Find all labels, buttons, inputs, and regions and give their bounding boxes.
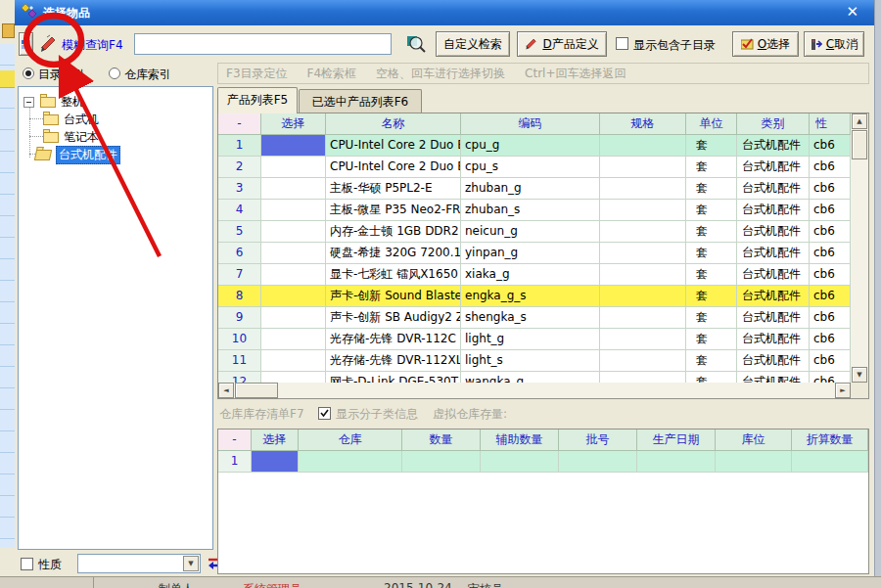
nature-cell[interactable]: cb6 [810, 329, 851, 350]
spec-cell[interactable] [600, 157, 686, 178]
name-cell[interactable]: 主板-微星 P35 Neo2-FR [326, 200, 461, 221]
spec-cell[interactable] [600, 372, 686, 383]
category-cell[interactable]: 台式机配件 [737, 372, 810, 383]
select-cell[interactable] [261, 157, 326, 178]
code-cell[interactable]: cpu_g [461, 135, 600, 157]
tree-item-notebook[interactable]: 笔记本 [43, 128, 99, 146]
category-cell[interactable]: 台式机配件 [737, 178, 810, 200]
product-row[interactable]: 9 声卡-创新 SB Audigy2 Z shengka_s 套 台式机配件 c… [218, 307, 851, 329]
chevron-down-icon[interactable]: ▼ [183, 556, 199, 571]
category-cell[interactable]: 台式机配件 [737, 264, 810, 286]
close-icon[interactable]: ✕ [846, 3, 858, 21]
code-cell[interactable]: neicun_g [461, 221, 600, 243]
tree-item-label[interactable]: 台式机 [64, 112, 99, 128]
tab-product-list[interactable]: 产品列表F5 [217, 87, 298, 113]
code-cell[interactable]: shengka_s [461, 307, 600, 329]
collapse-icon[interactable] [23, 97, 34, 108]
select-cell[interactable] [261, 264, 326, 286]
select-cell[interactable] [261, 221, 326, 243]
cancel-button[interactable]: C取消 [804, 31, 864, 57]
select-cell[interactable] [261, 307, 326, 329]
code-cell[interactable]: xiaka_g [461, 264, 600, 286]
unit-cell[interactable]: 套 [686, 243, 737, 264]
product-row[interactable]: 1 CPU-Intel Core 2 Duo E cpu_g 套 台式机配件 c… [218, 135, 851, 157]
unit-cell[interactable]: 套 [686, 135, 737, 157]
scroll-right-icon[interactable]: ► [835, 383, 851, 398]
select-cell-current[interactable] [261, 135, 326, 157]
mini-grid-button[interactable] [19, 32, 33, 56]
name-cell[interactable]: 光存储-先锋 DVR-112XL [326, 350, 461, 372]
name-cell[interactable]: 光存储-先锋 DVR-112C [326, 329, 461, 350]
nature-cell[interactable]: cb6 [810, 243, 851, 264]
category-cell[interactable]: 台式机配件 [737, 200, 810, 221]
spec-cell[interactable] [600, 329, 686, 350]
code-cell[interactable]: zhuban_g [461, 178, 600, 200]
name-cell[interactable]: 内存-金士顿 1GB DDR2 [326, 221, 461, 243]
select-cell[interactable] [261, 178, 326, 200]
nature-checkbox[interactable] [21, 558, 33, 570]
tree-item-label-selected[interactable]: 台式机配件 [56, 146, 120, 164]
code-cell[interactable]: yinpan_g [461, 243, 600, 264]
nature-cell[interactable]: cb6 [810, 200, 851, 221]
category-cell[interactable]: 台式机配件 [737, 221, 810, 243]
custom-search-button[interactable]: 自定义检索 [436, 31, 510, 57]
unit-cell[interactable]: 套 [686, 307, 737, 329]
warehouse-index-radio[interactable] [109, 68, 120, 79]
aux-qty-cell[interactable] [481, 451, 559, 473]
category-cell[interactable]: 台式机配件 [737, 329, 810, 350]
spec-cell[interactable] [600, 135, 686, 157]
nature-cell[interactable]: cb6 [810, 135, 851, 157]
select-cell[interactable] [261, 329, 326, 350]
unit-cell[interactable]: 套 [686, 157, 737, 178]
show-sub-checkbox-checked[interactable] [318, 407, 331, 420]
unit-cell[interactable]: 套 [686, 372, 737, 383]
unit-cell[interactable]: 套 [686, 221, 737, 243]
prod-date-cell[interactable] [637, 451, 716, 473]
product-define-button[interactable]: D产品定义 [517, 31, 607, 57]
nature-cell[interactable]: cb6 [810, 350, 851, 372]
unit-cell[interactable]: 套 [686, 178, 737, 200]
category-cell[interactable]: 台式机配件 [737, 135, 810, 157]
product-row[interactable]: 6 硬盘-希捷 320G 7200.10 yinpan_g 套 台式机配件 cb… [218, 243, 851, 264]
tab-selected-products[interactable]: 已选中产品列表F6 [299, 89, 422, 113]
spec-cell[interactable] [600, 243, 686, 264]
code-cell[interactable]: cpu_s [461, 157, 600, 178]
search-magnifier-icon[interactable] [404, 32, 428, 59]
product-row[interactable]: 3 主板-华硕 P5PL2-E zhuban_g 套 台式机配件 cb6 [218, 178, 851, 200]
vertical-scrollbar[interactable]: ▲ ▼ [851, 113, 868, 383]
batch-cell[interactable] [559, 451, 637, 473]
tree-item-label[interactable]: 笔记本 [64, 129, 99, 146]
unit-cell[interactable]: 套 [686, 264, 737, 286]
select-cell[interactable] [261, 350, 326, 372]
spec-cell[interactable] [600, 307, 686, 329]
name-cell[interactable]: 网卡-D-Link DGE-530T [326, 372, 461, 383]
category-cell[interactable]: 台式机配件 [737, 243, 810, 264]
warehouse-cell[interactable] [299, 451, 402, 473]
horizontal-scroll-thumb[interactable] [235, 383, 278, 398]
select-cell[interactable] [261, 286, 326, 307]
product-row[interactable]: 4 主板-微星 P35 Neo2-FR zhuban_s 套 台式机配件 cb6 [218, 200, 851, 221]
nature-combobox[interactable]: ▼ [77, 554, 201, 573]
select-cell[interactable] [261, 243, 326, 264]
scroll-left-icon[interactable]: ◄ [218, 383, 234, 398]
horizontal-scrollbar[interactable]: ◄ ► [218, 383, 851, 398]
scroll-up-icon[interactable]: ▲ [852, 113, 867, 129]
product-row[interactable]: 11 光存储-先锋 DVR-112XL light_s 套 台式机配件 cb6 [218, 350, 851, 372]
name-cell[interactable]: 声卡-创新 SB Audigy2 Z [326, 307, 461, 329]
search-input[interactable] [134, 33, 392, 55]
code-cell[interactable]: engka_g_s [461, 286, 600, 307]
nature-cell[interactable]: cb6 [810, 157, 851, 178]
select-button[interactable]: O选择 [732, 31, 799, 57]
spec-cell[interactable] [600, 200, 686, 221]
unit-cell[interactable]: 套 [686, 200, 737, 221]
tree-item-desktop[interactable]: 台式机 [43, 111, 99, 128]
code-cell[interactable]: light_s [461, 350, 600, 372]
spec-cell[interactable] [600, 178, 686, 200]
spec-cell[interactable] [600, 286, 686, 307]
code-cell[interactable]: light_g [461, 329, 600, 350]
nature-cell[interactable]: cb6 [810, 178, 851, 200]
stock-row[interactable]: 1 [218, 451, 868, 473]
tree-item-label[interactable]: 整机 [61, 94, 84, 111]
code-cell[interactable]: zhuban_s [461, 200, 600, 221]
converted-qty-cell[interactable] [792, 451, 868, 473]
